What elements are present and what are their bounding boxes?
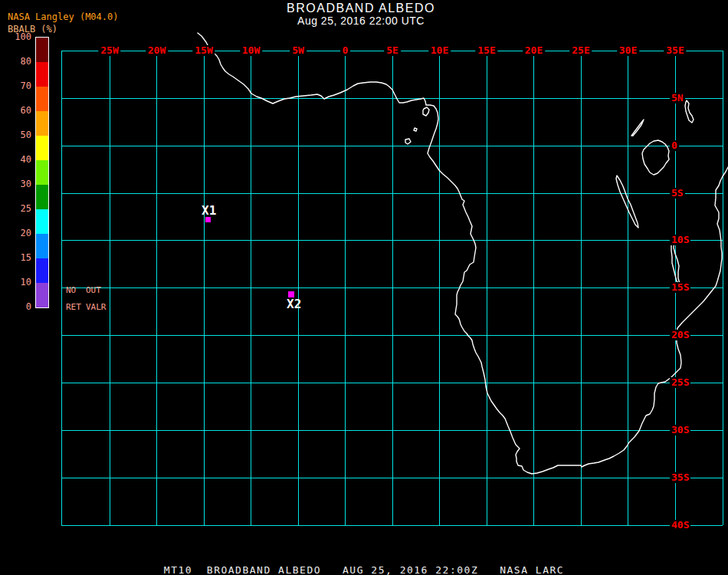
lat-label: 30S bbox=[670, 425, 690, 435]
colorbar-tick-label: 40 bbox=[1, 154, 31, 165]
colorbar-segment bbox=[36, 62, 48, 87]
lon-label: 15E bbox=[475, 45, 497, 56]
lon-label: 5E bbox=[384, 45, 401, 56]
colorbar-segment bbox=[36, 136, 48, 160]
lat-label: 15S bbox=[670, 282, 690, 293]
colorbar-segment bbox=[36, 258, 48, 283]
island-sao-tome bbox=[405, 139, 411, 144]
lat-label: 5N bbox=[670, 93, 685, 104]
lon-label: 30E bbox=[617, 45, 639, 56]
lon-label: 20W bbox=[146, 45, 168, 56]
lake-tanganyika bbox=[616, 176, 638, 228]
map-canvas bbox=[0, 0, 728, 575]
island-bioko bbox=[423, 107, 429, 116]
lon-label: 10E bbox=[428, 45, 451, 56]
lon-label: 35E bbox=[664, 45, 686, 56]
lon-label: 20E bbox=[523, 45, 545, 56]
colorbar-segment bbox=[36, 185, 48, 209]
colorbar-segment bbox=[36, 283, 48, 307]
lat-label: 5S bbox=[670, 188, 685, 199]
colorbar-segment bbox=[36, 38, 48, 62]
flag-no: NO bbox=[66, 286, 76, 295]
source-line: NASA Langley (M04.0) bbox=[8, 12, 119, 22]
footer-status-line: MT10 BROADBAND ALBEDO AUG 25, 2016 22:00… bbox=[164, 564, 564, 575]
colorbar-tick-label: 60 bbox=[1, 105, 31, 116]
lat-label: 10S bbox=[670, 235, 690, 245]
colorbar-tick-label: 100 bbox=[1, 31, 31, 42]
lon-label: 25E bbox=[569, 45, 592, 56]
colorbar-tick-label: 50 bbox=[1, 130, 31, 140]
coastline-africa bbox=[198, 33, 728, 474]
lake-turkana bbox=[685, 100, 694, 123]
lon-label: 5W bbox=[290, 45, 307, 56]
lat-label: 35S bbox=[670, 472, 690, 483]
lon-label: 10W bbox=[240, 45, 262, 56]
colorbar bbox=[35, 37, 49, 308]
albedo-plot-page: NASA Langley (M04.0) BBALB (%) BROADBAND… bbox=[0, 0, 728, 575]
colorbar-tick-label: 20 bbox=[1, 228, 31, 238]
flag-valr: VALR bbox=[86, 303, 107, 312]
colorbar-segment bbox=[36, 234, 48, 258]
lon-label: 15W bbox=[192, 45, 215, 56]
lat-label: 20S bbox=[670, 330, 690, 340]
colorbar-tick-label: 10 bbox=[1, 277, 31, 288]
colorbar-tick-label: 80 bbox=[1, 56, 31, 67]
latlon-grid bbox=[61, 51, 723, 525]
colorbar-segment bbox=[36, 209, 48, 234]
colorbar-segment bbox=[36, 111, 48, 136]
island-principe bbox=[414, 128, 417, 131]
lon-label: 0 bbox=[340, 45, 351, 56]
flag-out: OUT bbox=[86, 286, 101, 295]
lat-label: 25S bbox=[670, 377, 690, 388]
lat-label: 0 bbox=[670, 140, 679, 151]
marker-label-x1: X1 bbox=[202, 204, 216, 217]
colorbar-tick-label: 30 bbox=[1, 179, 31, 189]
lon-label: 25W bbox=[98, 45, 120, 56]
marker-label-x2: X2 bbox=[287, 297, 301, 310]
plot-datetime: Aug 25, 2016 22:00 UTC bbox=[297, 15, 425, 27]
colorbar-tick-label: 15 bbox=[1, 252, 31, 263]
lat-label: 40S bbox=[670, 520, 690, 531]
flag-ret: RET bbox=[66, 303, 81, 312]
colorbar-tick-label: 0 bbox=[1, 301, 31, 312]
marker-square-x1 bbox=[205, 217, 211, 222]
lake-albert bbox=[631, 120, 644, 136]
colorbar-segment bbox=[36, 160, 48, 185]
plot-title: BROADBAND ALBEDO bbox=[287, 2, 435, 15]
colorbar-segment bbox=[36, 87, 48, 111]
colorbar-tick-label: 25 bbox=[1, 203, 31, 214]
colorbar-tick-label: 70 bbox=[1, 80, 31, 91]
